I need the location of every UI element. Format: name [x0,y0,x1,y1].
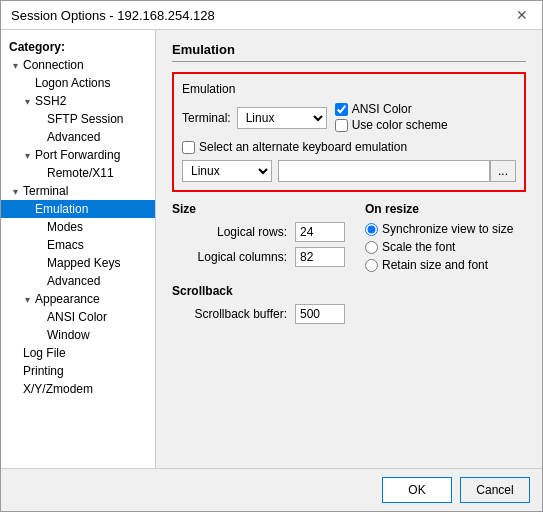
scrollback-label: Scrollback [172,284,526,298]
sidebar-item-sftp-session[interactable]: SFTP Session [1,110,155,128]
sidebar-item-label: Log File [23,346,66,360]
ansi-color-row: ANSI Color [335,102,454,116]
ok-button[interactable]: OK [382,477,452,503]
sidebar-item-emulation[interactable]: Emulation [1,200,155,218]
sidebar-item-label: Remote/X11 [47,166,114,180]
sidebar-item-xyz-modem[interactable]: X/Y/Zmodem [1,380,155,398]
title-bar: Session Options - 192.168.254.128 ✕ [1,1,542,30]
sidebar-item-window[interactable]: Window [1,326,155,344]
sidebar-item-label: Terminal [23,184,68,198]
sidebar-item-label: SSH2 [35,94,66,108]
use-color-scheme-row: Use color scheme [335,118,454,132]
sidebar-item-label: Mapped Keys [47,256,120,270]
sidebar-item-connection[interactable]: ▾ Connection [1,56,155,74]
alt-keyboard-select[interactable]: Linux VT100 VT220 [182,160,272,182]
sidebar-item-modes[interactable]: Modes [1,218,155,236]
size-label: Size [172,202,345,216]
sidebar-item-advanced[interactable]: Advanced [1,128,155,146]
dialog-footer: OK Cancel [1,468,542,511]
scrollback-buffer-label: Scrollback buffer: [172,307,287,321]
sidebar-item-ssh2[interactable]: ▾ SSH2 [1,92,155,110]
sidebar-item-label: Appearance [35,292,100,306]
scrollback-section: Scrollback Scrollback buffer: [172,284,526,324]
scale-font-row: Scale the font [365,240,513,254]
sidebar-item-terminal[interactable]: ▾ Terminal [1,182,155,200]
sidebar-item-ansi-color[interactable]: ANSI Color [1,308,155,326]
sync-view-row: Synchronize view to size [365,222,513,236]
alt-keyboard-checkbox[interactable] [182,141,195,154]
resize-radio-group: Synchronize view to size Scale the font … [365,222,513,272]
sidebar-item-port-forwarding[interactable]: ▾ Port Forwarding [1,146,155,164]
section-title: Emulation [172,42,526,62]
alt-keyboard-text-input[interactable] [278,160,490,182]
sidebar-item-label: Logon Actions [35,76,110,90]
retain-size-radio[interactable] [365,259,378,272]
session-options-dialog: Session Options - 192.168.254.128 ✕ Cate… [0,0,543,512]
sidebar-item-label: Port Forwarding [35,148,120,162]
sidebar-item-remote-x11[interactable]: Remote/X11 [1,164,155,182]
logical-columns-input[interactable] [295,247,345,267]
browse-button[interactable]: ... [490,160,516,182]
category-label: Category: [1,38,155,56]
sidebar-item-label: Emulation [35,202,88,216]
alt-keyboard-select-row: Linux VT100 VT220 ... [182,160,516,182]
alt-keyboard-row: Select an alternate keyboard emulation [182,140,516,154]
size-resize-section: Size Logical rows: Logical columns: On r… [172,202,526,284]
scrollback-buffer-input[interactable] [295,304,345,324]
logical-rows-row: Logical rows: [172,222,345,242]
logical-columns-label: Logical columns: [172,250,287,264]
ansi-color-checkbox[interactable] [335,103,348,116]
expand-icon: ▾ [13,60,23,71]
sidebar-item-label: SFTP Session [47,112,123,126]
use-color-scheme-label: Use color scheme [352,118,448,132]
sidebar-item-label: Advanced [47,274,100,288]
sidebar-item-label: Connection [23,58,84,72]
sidebar-item-label: ANSI Color [47,310,107,324]
terminal-row: Terminal: Linux VT100 VT102 VT220 xterm … [182,102,516,134]
logical-columns-row: Logical columns: [172,247,345,267]
resize-section: On resize Synchronize view to size Scale… [365,202,513,272]
use-color-scheme-checkbox[interactable] [335,119,348,132]
sync-view-radio[interactable] [365,223,378,236]
sidebar-item-printing[interactable]: Printing [1,362,155,380]
sidebar: Category: ▾ Connection Logon Actions ▾ S… [1,30,156,468]
retain-size-row: Retain size and font [365,258,513,272]
sidebar-item-mapped-keys[interactable]: Mapped Keys [1,254,155,272]
cancel-button[interactable]: Cancel [460,477,530,503]
on-resize-label: On resize [365,202,513,216]
sync-view-label: Synchronize view to size [382,222,513,236]
sidebar-item-label: Modes [47,220,83,234]
sidebar-item-logon-actions[interactable]: Logon Actions [1,74,155,92]
emulation-box: Emulation Terminal: Linux VT100 VT102 VT… [172,72,526,192]
terminal-select[interactable]: Linux VT100 VT102 VT220 xterm ANSI [237,107,327,129]
scrollback-buffer-row: Scrollback buffer: [172,304,526,324]
scale-font-radio[interactable] [365,241,378,254]
sidebar-item-emacs[interactable]: Emacs [1,236,155,254]
sidebar-item-label: X/Y/Zmodem [23,382,93,396]
terminal-label: Terminal: [182,111,231,125]
sidebar-item-advanced2[interactable]: Advanced [1,272,155,290]
sidebar-item-label: Advanced [47,130,100,144]
alt-keyboard-label: Select an alternate keyboard emulation [199,140,407,154]
sidebar-item-label: Window [47,328,90,342]
size-section: Size Logical rows: Logical columns: [172,202,345,272]
retain-size-label: Retain size and font [382,258,488,272]
sidebar-item-log-file[interactable]: Log File [1,344,155,362]
dialog-title: Session Options - 192.168.254.128 [11,8,215,23]
main-content: Emulation Emulation Terminal: Linux VT10… [156,30,542,468]
sidebar-item-appearance[interactable]: ▾ Appearance [1,290,155,308]
close-button[interactable]: ✕ [512,7,532,23]
color-checkboxes: ANSI Color Use color scheme [335,102,454,134]
dialog-body: Category: ▾ Connection Logon Actions ▾ S… [1,30,542,468]
logical-rows-label: Logical rows: [172,225,287,239]
scale-font-label: Scale the font [382,240,455,254]
emulation-sub-label: Emulation [182,82,235,96]
sidebar-item-label: Emacs [47,238,84,252]
ansi-color-label: ANSI Color [352,102,412,116]
sidebar-item-label: Printing [23,364,64,378]
logical-rows-input[interactable] [295,222,345,242]
